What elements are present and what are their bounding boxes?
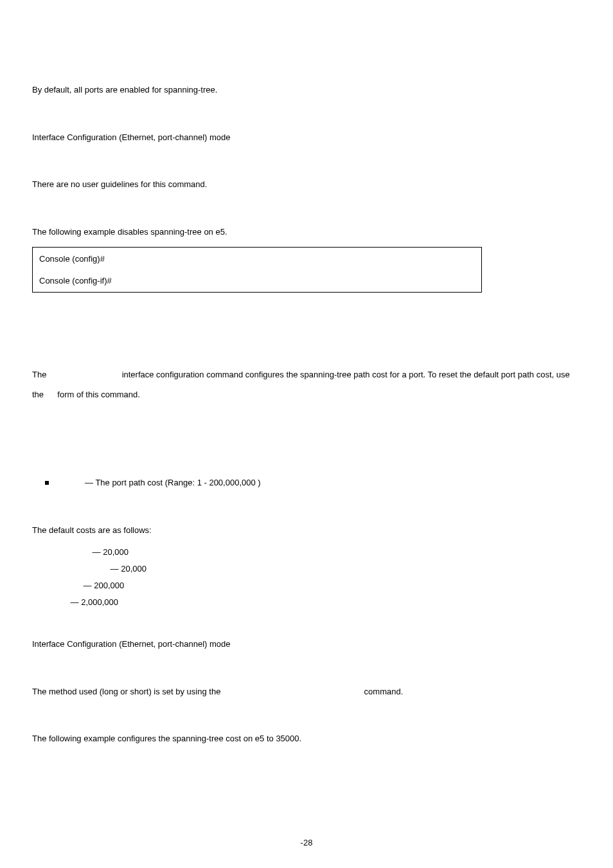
console-line-1: Console (config)# bbox=[39, 253, 475, 266]
command-mode-1: Interface Configuration (Ethernet, port-… bbox=[32, 131, 581, 144]
default-costs-list: — 20,000 — 20,000 — 200,000 — 2,000,000 bbox=[32, 544, 581, 611]
list-item: — 20,000 bbox=[32, 544, 581, 561]
cost-description: The interface configuration command conf… bbox=[32, 365, 581, 404]
console-line-2: Console (config-if)# bbox=[39, 275, 475, 287]
default-costs-intro: The default costs are as follows: bbox=[32, 524, 581, 537]
page-footer: -28 bbox=[0, 836, 613, 849]
list-item-text: — 2,000,000 bbox=[68, 597, 118, 607]
list-item-text: — 20,000 bbox=[90, 547, 129, 557]
list-item: — 20,000 bbox=[32, 561, 581, 577]
cost-desc-post: form of this command. bbox=[55, 390, 140, 399]
user-guidelines-1: There are no user guidelines for this co… bbox=[32, 178, 581, 191]
list-item: — 2,000,000 bbox=[32, 594, 581, 611]
example-1-intro: The following example disables spanning-… bbox=[32, 226, 581, 239]
list-item: — 200,000 bbox=[32, 577, 581, 594]
command-mode-2: Interface Configuration (Ethernet, port-… bbox=[32, 638, 581, 651]
page-content: By default, all ports are enabled for sp… bbox=[0, 0, 613, 745]
console-box-1: Console (config)# Console (config-if)# bbox=[32, 247, 482, 293]
default-config-text: By default, all ports are enabled for sp… bbox=[32, 84, 581, 96]
bullet-item: — The port path cost (Range: 1 - 200,000… bbox=[32, 476, 581, 489]
bullet-text: — The port path cost (Range: 1 - 200,000… bbox=[85, 476, 261, 489]
cost-desc-pre: The bbox=[32, 370, 49, 379]
list-item-text: — 200,000 bbox=[81, 581, 124, 590]
example-2-intro: The following example configures the spa… bbox=[32, 732, 581, 745]
user-guidelines-2: The method used (long or short) is set b… bbox=[32, 685, 581, 698]
list-item-text: — 20,000 bbox=[108, 564, 147, 574]
guidelines-2-pre: The method used (long or short) is set b… bbox=[32, 687, 223, 696]
bullet-icon bbox=[45, 481, 49, 485]
guidelines-2-post: command. bbox=[362, 687, 403, 696]
